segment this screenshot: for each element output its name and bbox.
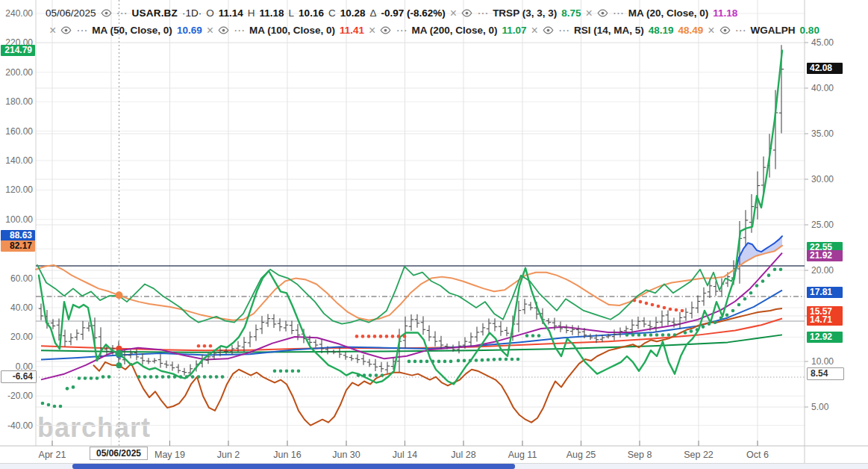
trsp-sell-stop-dot: [639, 300, 643, 304]
trsp-buy-stop-dot: [90, 376, 93, 380]
trsp-buy-stop-dot: [696, 328, 699, 332]
trsp-buy-stop-dot: [102, 375, 105, 379]
last-price-badge: 42.08: [807, 63, 843, 74]
ohlc-bar: [278, 318, 282, 331]
ohlc-bar: [660, 311, 664, 326]
ohlc-bar: [433, 332, 437, 347]
trsp-buy-stop-dot: [53, 405, 57, 409]
remove-study-icon[interactable]: ×: [207, 25, 213, 36]
trsp-buy-stop-dot: [667, 333, 671, 337]
trsp-buy-stop-dot: [631, 333, 635, 337]
trsp-sell-stop-dot: [669, 308, 672, 311]
right-axis-tick-label: 40.00: [811, 83, 834, 93]
study-ma200-label: MA (200, Close, 0): [411, 25, 497, 36]
trsp-buy-stop-dot: [191, 375, 195, 379]
x-axis-tick-label: Oct 6: [746, 450, 769, 460]
ohlc-bar: [254, 325, 258, 341]
options-menu-icon[interactable]: ⋯: [613, 8, 624, 19]
ohlc-bar: [75, 329, 79, 341]
wgalph-marker: [116, 362, 122, 368]
options-menu-icon[interactable]: ⋯: [116, 8, 128, 19]
remove-study-icon[interactable]: ×: [708, 25, 714, 36]
trsp-buy-stop-dot: [215, 375, 219, 379]
left-axis-tick-label: 180.00: [0, 96, 33, 107]
ohlc-bar: [355, 354, 360, 363]
trsp-sell-stop-dot: [681, 309, 684, 313]
study-ma50-value: 10.69: [177, 25, 202, 36]
study-wgalph-value: 0.80: [800, 25, 819, 36]
trsp-buy-stop-dot: [209, 375, 213, 379]
trsp-sell-stop-dot: [397, 335, 401, 338]
trsp-buy-stop-dot: [149, 375, 153, 379]
trsp-buy-stop-dot: [285, 369, 289, 373]
ohlc-bar: [702, 288, 706, 306]
ohlc-bar: [642, 317, 646, 327]
trsp-buy-stop-dot: [221, 375, 225, 379]
ohlc-bar: [487, 319, 491, 333]
trsp-buy-stop-dot: [708, 322, 711, 326]
trsp-buy-stop-dot: [773, 267, 777, 271]
options-menu-icon[interactable]: ⋯: [735, 25, 746, 36]
scrollbar-thumb[interactable]: [72, 464, 515, 469]
trsp-sell-stop-dot: [203, 344, 207, 348]
low-value: 10.16: [299, 7, 324, 19]
trsp-buy-stop-dot: [84, 376, 87, 380]
support-price-badge: 8.54: [807, 367, 844, 380]
ohlc-bar: [427, 326, 431, 341]
legend-row: ×⋯MA (50, Close, 0)10.69×⋯MA (100, Close…: [49, 25, 819, 36]
remove-study-icon[interactable]: ×: [585, 8, 592, 19]
trsp-buy-stop-dot: [690, 329, 693, 333]
ohlc-bar: [564, 324, 569, 333]
visibility-toggle-icon[interactable]: [380, 25, 391, 36]
right-axis-tick-label: 25.00: [811, 220, 834, 230]
ohlc-bar: [493, 318, 497, 331]
ohlc-bar: [505, 327, 509, 337]
trsp-buy-stop-dot: [643, 333, 647, 337]
left-axis-tick-label: 140.00: [0, 155, 33, 166]
ohlc-bar: [343, 352, 348, 360]
remove-study-icon[interactable]: ×: [531, 25, 538, 36]
chart-canvas[interactable]: [0, 0, 868, 469]
support-pct-badge: -6.64: [1, 370, 37, 383]
ohlc-bar: [349, 355, 354, 361]
trsp-buy-stop-dot: [767, 273, 771, 277]
trsp-marker: [116, 350, 123, 358]
visibility-toggle-icon[interactable]: [597, 8, 608, 19]
visibility-toggle-icon[interactable]: [218, 25, 229, 36]
open-value: 11.14: [219, 7, 243, 19]
visibility-toggle-icon[interactable]: [719, 25, 731, 36]
remove-study-icon[interactable]: ×: [49, 25, 56, 36]
study-trsp-label: TRSP (3, 3, 3): [493, 7, 557, 19]
visibility-toggle-icon[interactable]: [461, 8, 472, 19]
x-axis-tick-label: Sep 22: [684, 450, 714, 460]
left-axis-tick-label: 120.00: [0, 184, 33, 195]
ohlc-bar: [290, 321, 294, 335]
trsp-buy-stop-dot: [457, 359, 460, 363]
trsp-buy-stop-dot: [41, 402, 45, 406]
options-menu-icon[interactable]: ⋯: [477, 8, 488, 19]
left-axis-tick-label: 100.00: [0, 214, 33, 225]
trsp-buy-stop-dot: [493, 358, 496, 361]
options-menu-icon[interactable]: ⋯: [558, 25, 569, 36]
visibility-toggle-icon[interactable]: [60, 25, 72, 36]
open-label: O: [206, 7, 214, 19]
trsp-buy-stop-dot: [749, 291, 753, 295]
remove-study-icon[interactable]: ×: [369, 25, 375, 36]
visibility-toggle-icon[interactable]: [543, 25, 554, 36]
right-axis-tick-label: 30.00: [811, 174, 834, 184]
left-axis-tick-label: 200.00: [0, 67, 33, 78]
x-axis-tick-label: May 19: [154, 450, 185, 460]
ohlc-bar: [146, 358, 151, 364]
scrollbar-track[interactable]: [0, 464, 868, 469]
remove-study-icon[interactable]: ×: [450, 8, 457, 19]
options-menu-icon[interactable]: ⋯: [234, 25, 245, 36]
options-menu-icon[interactable]: ⋯: [396, 25, 407, 36]
options-menu-icon[interactable]: ⋯: [76, 25, 87, 36]
ohlc-bar: [499, 321, 503, 336]
trsp-buy-stop-dot: [487, 358, 490, 361]
visibility-toggle-icon[interactable]: [101, 8, 112, 19]
trsp-buy-stop-dot: [511, 358, 514, 361]
trsp-buy-stop-dot: [179, 375, 183, 379]
trsp-buy-stop-dot: [413, 360, 417, 364]
trsp-sell-stop-dot: [361, 335, 365, 338]
